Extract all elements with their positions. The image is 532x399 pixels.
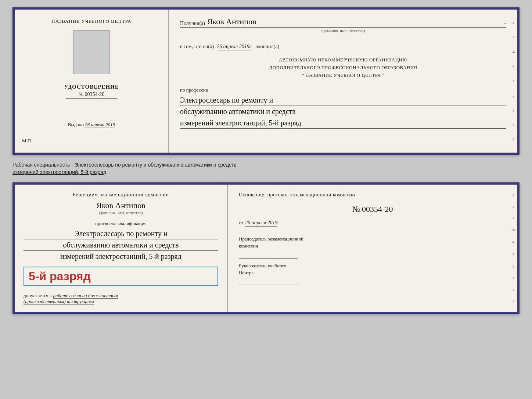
qual-line3: измерений электростанций, 5-й разряд (24, 251, 218, 262)
mp-label: М.П. (22, 138, 32, 143)
bdeco-3: – (512, 217, 516, 219)
dash-right: – (504, 220, 506, 226)
deco-9: – (512, 138, 516, 140)
bottom-diploma-right: Основание: протокол экзаменационной коми… (228, 185, 517, 312)
profession-line1: Электрослесарь по ремонту и (180, 95, 506, 106)
recipient-label: Получил(а) (180, 21, 205, 26)
qual-block: присвоена квалификация Электрослесарь по… (24, 220, 218, 262)
bottom-name: Яков Антипов (96, 201, 145, 211)
protocol-block: № 00354-20 (239, 204, 506, 214)
deco-2: – (512, 36, 516, 38)
middle-text-block: Рабочая специальность - Электрослесарь п… (12, 161, 520, 176)
date-prefix: от (239, 220, 244, 226)
top-diploma-left: НАЗВАНИЕ УЧЕБНОГО ЦЕНТРА УДОСТОВЕРЕНИЕ №… (15, 10, 169, 153)
profession-block: по профессии Электрослесарь по ремонту и… (180, 86, 506, 129)
cert-title: УДОСТОВЕРЕНИЕ (64, 84, 119, 90)
center-name-top: НАЗВАНИЕ УЧЕБНОГО ЦЕНТРА (51, 18, 131, 24)
top-diploma: НАЗВАНИЕ УЧЕБНОГО ЦЕНТРА УДОСТОВЕРЕНИЕ №… (12, 7, 520, 155)
right-decoration-bottom: – – – И а ← – – – – (510, 185, 517, 312)
issued-label: Выдано (68, 122, 84, 127)
certify-end: окончил(а) (255, 44, 279, 50)
deco-8: – (512, 124, 516, 126)
protocol-number: № 00354-20 (352, 204, 393, 214)
qual-line2: обслуживанию автоматики и средств (24, 239, 218, 251)
certify-date: 26 апреля 2019г. (217, 44, 252, 50)
middle-line2: измерений электростанций, 5-й разряд (12, 169, 106, 175)
deco-4: а (512, 65, 516, 67)
right-decoration: – – И а ← – – – – (510, 10, 517, 153)
photo-placeholder (73, 30, 110, 74)
top-diploma-right: Получил(а) Яков Антипов – (фамилия, имя,… (169, 10, 517, 153)
protocol-date: 26 апреля 2019 (245, 220, 277, 227)
org-line1: АВТОНОМНУЮ НЕКОММЕРЧЕСКУЮ ОРГАНИЗАЦИЮ (180, 56, 506, 64)
допуск-block: допускается к работе согласно должностны… (24, 293, 218, 304)
dash: – (504, 21, 506, 26)
org-line2: ДОПОЛНИТЕЛЬНОГО ПРОФЕССИОНАЛЬНОГО ОБРАЗО… (180, 64, 506, 72)
recipient-name: Яков Антипов (207, 17, 499, 26)
bottom-diploma-left: Решением экзаменационной комиссии Яков А… (15, 185, 228, 312)
recipient-block: Получил(а) Яков Антипов – (фамилия, имя,… (180, 17, 506, 33)
grade-box: 5-й разряд (24, 267, 218, 286)
допуск-text2: (производственным) инструкциям (24, 299, 94, 304)
director-block: Руководитель учебного Центра (239, 262, 506, 285)
допуск-text: работе согласно должностным (53, 293, 118, 299)
bdeco-2: – (512, 206, 516, 208)
chairman-label: Председатель экзаменационной комиссии (239, 236, 303, 249)
bdeco-9: – (512, 289, 516, 291)
certify-text: в том, что он(а) (180, 44, 214, 50)
cert-number: № 00354-20 (66, 92, 117, 99)
bottom-name-block: Яков Антипов (фамилия, имя, отчество) (24, 201, 218, 215)
issued-date: 26 апреля 2019 (85, 122, 115, 128)
org-line3: " НАЗВАНИЕ УЧЕБНОГО ЦЕНТРА " (180, 72, 506, 79)
decision-title: Решением экзаменационной комиссии (24, 192, 218, 198)
deco-6: – (512, 96, 516, 97)
grade-text: 5-й разряд (29, 270, 91, 283)
bdeco-5: а (512, 241, 516, 243)
profession-line2: обслуживанию автоматики и средств (180, 106, 506, 117)
bdeco-7: – (512, 266, 516, 268)
bottom-fio-label: (фамилия, имя, отчество) (24, 210, 218, 215)
qual-label: присвоена квалификация (95, 221, 146, 226)
director-label: Руководитель учебного Центра (239, 263, 286, 275)
deco-1: – (512, 22, 516, 24)
director-sig-line (239, 278, 298, 285)
recipient-line: Получил(а) Яков Антипов – (180, 17, 506, 28)
bdeco-10: – (512, 300, 516, 302)
deco-7: – (512, 110, 516, 112)
deco-3: И (512, 50, 516, 53)
bdeco-4: И (512, 229, 516, 231)
org-block: АВТОНОМНУЮ НЕКОММЕРЧЕСКУЮ ОРГАНИЗАЦИЮ ДО… (180, 56, 506, 79)
middle-line1: Рабочая специальность - Электрослесарь п… (12, 162, 237, 168)
допуск-prefix: допускается к (24, 293, 52, 298)
basis-label: Основание: протокол экзаменационной коми… (239, 192, 506, 198)
profession-line3: измерений электростанций, 5-й разряд (180, 117, 506, 129)
protocol-date-block: от 26 апреля 2019 – (239, 220, 506, 227)
certify-block: в том, что он(а) 26 апреля 2019г. окончи… (180, 41, 506, 50)
qual-line1: Электрослесарь по ремонту и (24, 228, 218, 239)
issued-line: Выдано 26 апреля 2019 (68, 122, 115, 128)
fio-label-top: (фамилия, имя, отчество) (180, 28, 506, 33)
bottom-diploma: Решением экзаменационной комиссии Яков А… (12, 182, 520, 314)
bdeco-6: ← (512, 253, 516, 256)
bdeco-8: – (512, 277, 516, 279)
profession-label: по профессии (180, 87, 208, 93)
chairman-block: Председатель экзаменационной комиссии (239, 235, 506, 258)
chairman-sig-line (239, 251, 298, 259)
bdeco-1: – (512, 194, 516, 196)
deco-5: ← (512, 79, 516, 83)
